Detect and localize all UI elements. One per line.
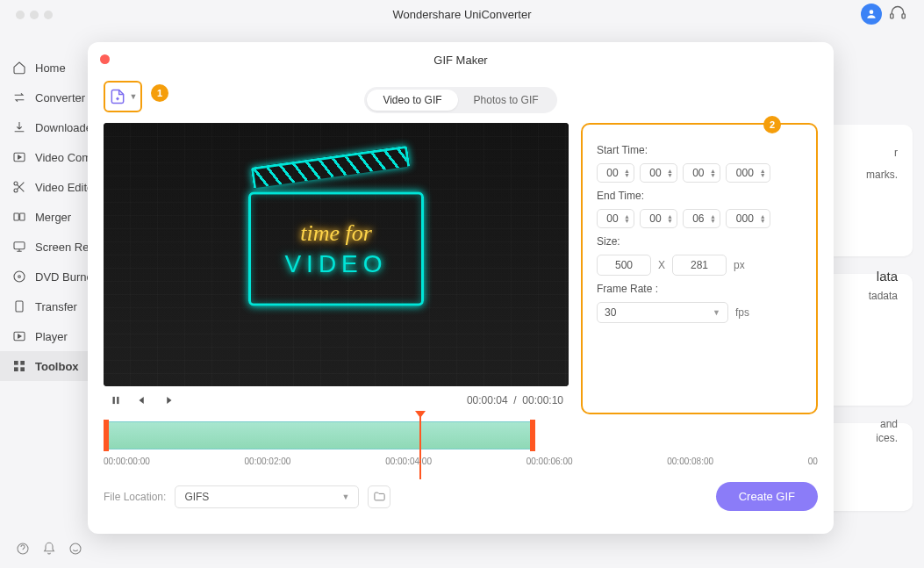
callout-badge: 2 [763,116,781,133]
app-title: Wondershare UniConverter [393,8,532,21]
support-icon[interactable] [889,4,908,24]
open-folder-button[interactable] [368,485,390,508]
svg-point-9 [14,271,25,282]
bg-text: marks. [866,169,898,181]
framerate-unit: fps [735,306,749,319]
user-avatar[interactable] [861,4,882,25]
svg-rect-1 [891,14,893,18]
close-button[interactable] [100,54,110,64]
end-hours-input[interactable]: 00▲▼ [597,209,634,228]
window-controls[interactable] [16,11,53,19]
size-label: Size: [597,235,802,248]
screen-icon [12,240,26,254]
end-ms-input[interactable]: 000▲▼ [726,209,770,228]
end-seconds-input[interactable]: 06▲▼ [683,209,720,228]
start-hours-input[interactable]: 00▲▼ [597,163,634,183]
sidebar-item-label: Player [35,330,68,343]
playback-time: 00:00:04 / 00:00:10 [467,394,563,406]
pause-button[interactable] [109,393,123,407]
sidebar-item-converter[interactable]: Converter [0,83,88,112]
size-x: X [658,259,665,271]
svg-rect-20 [117,397,118,404]
help-icon[interactable] [16,542,30,556]
sidebar-item-toolbox[interactable]: Toolbox [0,351,88,381]
sidebar-item-label: Converter [35,91,85,104]
sidebar-item-label: Downloader [35,121,96,134]
download-icon [12,120,26,134]
timeline-clip[interactable] [106,421,535,449]
sidebar-item-editor[interactable]: Video Editor [0,172,88,202]
sidebar-item-recorder[interactable]: Screen Recorder [0,232,88,262]
create-gif-button[interactable]: Create GIF [716,482,818,511]
sidebar-item-downloader[interactable]: Downloader [0,112,88,142]
transfer-icon [12,299,26,313]
add-file-icon [109,88,126,105]
svg-rect-13 [14,361,18,365]
step-back-button[interactable] [135,393,149,407]
timeline-ruler: 00:00:00:00 00:00:02:00 00:00:04:00 00:0… [104,457,818,466]
preview-text: VIDEO [284,250,387,278]
mode-tabs: Video to GIF Photos to GIF [364,87,556,113]
video-preview[interactable]: time for VIDEO [104,123,569,386]
bg-text: r [894,147,898,159]
end-minutes-input[interactable]: 00▲▼ [640,209,677,228]
step-forward-button[interactable] [161,393,175,407]
merge-icon [12,210,26,224]
sidebar-item-home[interactable]: Home [0,53,88,83]
sidebar-item-player[interactable]: Player [0,321,88,351]
disc-icon [12,270,26,284]
modal-title: GIF Maker [433,54,487,67]
user-icon [865,8,877,20]
svg-rect-19 [113,397,115,404]
timeline: 00:00:00:00 00:00:02:00 00:00:04:00 00:0… [104,420,818,466]
clip-start-handle[interactable] [104,420,109,451]
sidebar-item-merger[interactable]: Merger [0,202,88,232]
svg-point-10 [18,276,21,278]
sidebar: Home Converter Downloader Video Compress… [0,28,88,568]
start-seconds-input[interactable]: 00▲▼ [683,163,720,183]
svg-rect-16 [20,367,25,371]
sidebar-item-label: Merger [35,211,71,224]
framerate-label: Frame Rate : [597,283,802,295]
tab-video-to-gif[interactable]: Video to GIF [367,90,457,111]
start-time-label: Start Time: [597,144,802,156]
sidebar-item-transfer[interactable]: Transfer [0,291,88,321]
svg-rect-14 [20,361,25,365]
file-location-select[interactable]: GIFS▼ [175,485,359,508]
sidebar-item-dvd[interactable]: DVD Burner [0,262,88,291]
size-unit: px [734,259,745,271]
convert-icon [12,90,26,104]
start-minutes-input[interactable]: 00▲▼ [640,163,677,183]
svg-rect-7 [20,213,25,220]
callout-badge: 1 [151,84,168,102]
sidebar-item-compressor[interactable]: Video Compressor [0,142,88,172]
clip-end-handle[interactable] [530,420,535,451]
width-input[interactable]: 500 [597,255,651,276]
preview-text: time for [300,220,372,247]
playhead[interactable] [419,413,421,479]
feedback-icon[interactable] [68,542,82,556]
tab-photos-to-gif[interactable]: Photos to GIF [458,90,555,111]
gif-maker-modal: GIF Maker ▼ 1 Video to GIF Photos to GIF [88,42,834,534]
svg-point-5 [14,189,18,192]
height-input[interactable]: 281 [672,255,727,276]
bg-text: lata [877,269,898,284]
bg-text: tadata [869,290,898,302]
svg-rect-11 [16,301,23,312]
play-icon [12,329,26,343]
svg-rect-2 [902,14,905,18]
framerate-select[interactable]: 30▼ [597,302,728,323]
svg-rect-6 [14,213,18,220]
bell-icon[interactable] [42,542,56,556]
svg-point-18 [70,543,81,554]
sidebar-item-label: Home [35,61,66,75]
scissors-icon [12,180,26,194]
start-ms-input[interactable]: 000▲▼ [726,163,770,183]
bg-text: ices. [876,432,898,444]
file-location-label: File Location: [104,491,166,503]
home-icon [12,61,26,75]
add-media-button[interactable]: ▼ [104,81,142,112]
settings-panel: 2 Start Time: 00▲▼ 00▲▼ 00▲▼ 000▲▼ End T… [581,123,818,414]
chevron-down-icon: ▼ [130,92,138,101]
compress-icon [12,150,26,164]
